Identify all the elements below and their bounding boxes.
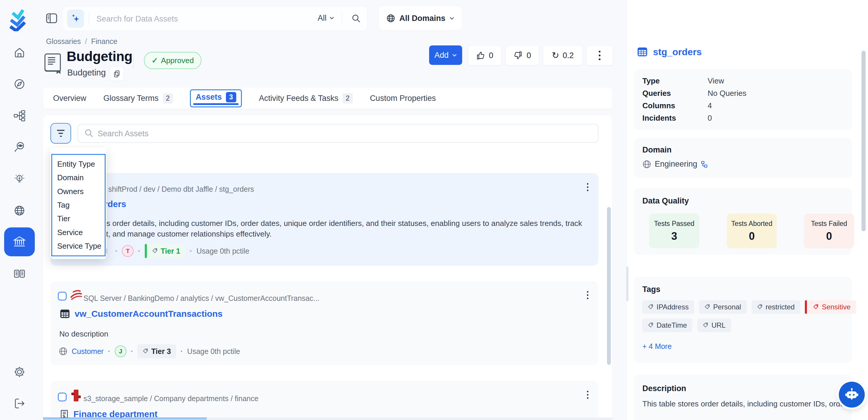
breadcrumb: Glossaries / Finance (46, 37, 117, 46)
ai-search-button[interactable] (67, 9, 84, 28)
filter-dropdown-menu: Entity Type Domain Owners Tag Tier Servi… (51, 148, 106, 259)
sidebar-item-logout[interactable] (13, 398, 25, 409)
tests-aborted-tile: Tests Aborted 0 (727, 214, 777, 248)
tab-bar: Overview Glossary Terms 2 Assets 3 Activ… (43, 88, 612, 109)
tab-assets[interactable]: Assets 3 (190, 89, 242, 107)
sidebar-item-settings[interactable] (13, 366, 25, 378)
search-scope-dropdown[interactable]: All (318, 13, 334, 23)
asset-card-finance-department[interactable]: s3_storage_sample / Company departments … (51, 381, 598, 420)
horizontal-scrollbar-thumb[interactable] (43, 418, 207, 420)
sidebar-item-reference[interactable] (13, 268, 25, 280)
asset-card-stg-orders[interactable]: shiftProd / dev / Demo dbt Jaffle / stg_… (51, 173, 598, 266)
global-search-bar[interactable]: All (63, 6, 368, 31)
filter-option-tag[interactable]: Tag (52, 201, 105, 210)
details-scrollbar[interactable] (862, 51, 866, 231)
tab-custom-properties[interactable]: Custom Properties (370, 94, 436, 103)
more-actions-button[interactable] (586, 46, 613, 65)
sidebar-item-insights[interactable] (13, 173, 25, 185)
version-button[interactable]: ↻ 0.2 (543, 46, 583, 65)
owner-avatar[interactable]: J (115, 346, 127, 357)
search-icon (85, 129, 93, 138)
downvote-button[interactable]: 0 (505, 46, 539, 65)
chatbot-button[interactable] (839, 382, 865, 408)
sidebar-item-lineage[interactable] (13, 110, 25, 121)
asset-checkbox[interactable] (58, 393, 67, 401)
tier-badge[interactable]: Tier 3 (137, 344, 176, 358)
app-screen: All All Domains EN ? R Rounakpreet.d Dat… (0, 0, 868, 420)
version-number: 0.2 (563, 51, 574, 60)
sidebar-item-home[interactable] (13, 47, 25, 58)
filter-option-domain[interactable]: Domain (52, 173, 105, 182)
tag-pill-sensitive[interactable]: Sensitive (805, 300, 856, 314)
dot-separator (107, 347, 110, 356)
table-icon (59, 308, 70, 320)
vertical-scrollbar[interactable] (607, 207, 611, 365)
tab-overview[interactable]: Overview (53, 94, 86, 103)
sidebar-item-observability[interactable] (13, 141, 25, 153)
filter-option-entity-type[interactable]: Entity Type (52, 159, 105, 169)
breadcrumb-glossaries[interactable]: Glossaries (46, 37, 81, 46)
card-kebab-icon[interactable] (587, 291, 588, 299)
tag-pill-restricted[interactable]: restricted (751, 300, 801, 314)
search-input[interactable] (96, 11, 292, 27)
panel-resize-handle[interactable] (626, 266, 628, 301)
all-domains-button[interactable]: All Domains (379, 6, 462, 30)
sidebar-toggle-button[interactable] (46, 13, 57, 24)
asset-title-link[interactable]: stg_orders (106, 199, 131, 212)
card-kebab-icon[interactable] (587, 183, 588, 191)
tab-glossary-terms[interactable]: Glossary Terms 2 (103, 93, 173, 103)
globe-icon (13, 205, 25, 216)
atlan-logo-icon[interactable] (8, 6, 27, 31)
description-text: This table stores order details, includi… (642, 399, 849, 409)
info-value-incidents-link[interactable]: 0 (708, 114, 712, 122)
divider (89, 12, 89, 25)
asset-search-bar[interactable] (78, 124, 598, 143)
horizontal-scrollbar-track[interactable] (43, 418, 612, 420)
search-submit-icon[interactable] (352, 14, 361, 23)
chevron-down-icon (450, 17, 454, 20)
asset-search-input[interactable] (97, 127, 570, 140)
sidebar-item-domains[interactable] (13, 205, 25, 216)
card-kebab-icon[interactable] (587, 391, 588, 399)
sidebar-item-discover[interactable] (13, 78, 25, 90)
add-button-label: Add (434, 51, 448, 60)
status-badge[interactable]: ✓ Approved (144, 52, 202, 69)
sensitive-accent-bar (805, 300, 807, 314)
filter-option-owners[interactable]: Owners (52, 187, 105, 196)
tab-label: Overview (53, 94, 86, 103)
details-asset-title[interactable]: stg_orders (653, 47, 702, 58)
tab-activity-feeds[interactable]: Activity Feeds & Tasks 2 (259, 93, 353, 103)
details-description-card: Description This table stores order deta… (633, 374, 852, 420)
owner-avatar[interactable]: T (122, 245, 134, 257)
filter-option-service-type[interactable]: Service Type (52, 242, 105, 251)
tag-label: URL (711, 321, 725, 329)
asset-card-vw-customer[interactable]: SQL Server / BankingDemo / analytics / v… (51, 281, 598, 365)
details-title-row: stg_orders (637, 46, 702, 58)
breadcrumb-finance[interactable]: Finance (91, 37, 117, 46)
tag-pill-personal[interactable]: Personal (699, 300, 747, 314)
asset-checkbox[interactable] (58, 292, 67, 301)
copy-button[interactable] (110, 67, 124, 81)
tag-pill-url[interactable]: URL (697, 319, 731, 332)
filter-option-tier[interactable]: Tier (52, 214, 105, 223)
asset-description-line2: order fulfillment, and manage customer r… (106, 229, 588, 239)
filter-button[interactable] (51, 123, 71, 144)
sidebar-item-glossary-active[interactable] (4, 228, 35, 256)
upvote-button[interactable]: 0 (468, 46, 501, 65)
asset-title-link[interactable]: vw_CustomerAccountTransactions (74, 309, 223, 319)
tier-accent-bar (145, 244, 147, 258)
tier-badge[interactable]: Tier 1 (145, 244, 186, 258)
filter-option-service[interactable]: Service (52, 228, 105, 237)
asset-domain-link[interactable]: Engineering (106, 246, 111, 256)
asset-domain-link[interactable]: Customer (72, 347, 103, 356)
domain-value[interactable]: Engineering (655, 159, 697, 169)
tag-pill-datetime[interactable]: DateTime (642, 319, 692, 332)
tag-pill-ipaddress[interactable]: IPAddress (642, 300, 694, 314)
page-subtitle: Budgeting (67, 68, 106, 78)
tab-count-badge: 3 (226, 92, 236, 102)
more-tags-link[interactable]: + 4 More (642, 342, 672, 351)
add-button[interactable]: Add (429, 46, 462, 65)
details-domain-card: Domain Engineering (633, 138, 852, 178)
domain-row[interactable]: Engineering (642, 159, 708, 169)
usage-percentile: Usage 0th pctile (187, 347, 240, 356)
